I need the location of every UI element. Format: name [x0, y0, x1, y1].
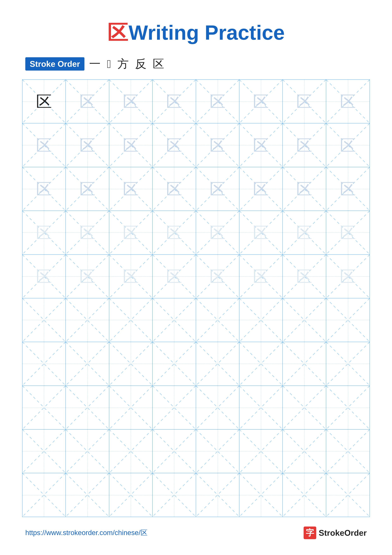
grid-cell[interactable]: 区 — [22, 167, 66, 211]
svg-line-114 — [66, 386, 109, 429]
grid-cell[interactable] — [326, 342, 370, 385]
grid-cell[interactable] — [22, 473, 66, 517]
grid-cell[interactable]: 区 — [66, 211, 109, 254]
grid-cell[interactable] — [196, 298, 239, 342]
grid-cell[interactable] — [66, 473, 109, 517]
grid-cell[interactable] — [153, 298, 196, 342]
grid-cell[interactable]: 区 — [153, 255, 196, 298]
grid-cell[interactable]: 区 — [66, 167, 109, 211]
grid-cell[interactable]: 区 — [109, 80, 153, 123]
title-text: Writing Practice — [128, 21, 285, 44]
grid-cell[interactable] — [196, 386, 239, 429]
svg-line-134 — [153, 430, 196, 473]
grid-cell[interactable] — [109, 342, 153, 385]
grid-row — [22, 298, 370, 342]
grid-cell[interactable] — [239, 473, 283, 517]
practice-grid: 区区区区区区区区区区区区区区区区区区区区区区区区区区区区区区区区区区区区区区区区 — [22, 80, 370, 517]
grid-cell[interactable]: 区 — [283, 255, 326, 298]
grid-cell[interactable] — [153, 386, 196, 429]
grid-cell[interactable]: 区 — [109, 167, 153, 211]
svg-line-83 — [66, 298, 109, 342]
grid-cell[interactable] — [326, 473, 370, 517]
grid-cell[interactable]: 区 — [196, 167, 239, 211]
grid-cell[interactable]: 区 — [196, 80, 239, 123]
svg-line-98 — [66, 342, 109, 385]
practice-char: 区 — [210, 94, 226, 109]
grid-cell[interactable]: 区 — [66, 124, 109, 167]
grid-cell[interactable] — [196, 430, 239, 473]
grid-cell[interactable]: 区 — [326, 80, 370, 123]
grid-cell[interactable] — [196, 342, 239, 385]
svg-line-115 — [66, 386, 109, 429]
svg-line-84 — [109, 298, 152, 342]
grid-cell[interactable] — [66, 386, 109, 429]
grid-row — [22, 430, 370, 473]
grid-cell[interactable]: 区 — [239, 255, 283, 298]
grid-cell[interactable] — [326, 386, 370, 429]
grid-cell[interactable] — [109, 298, 153, 342]
footer-url[interactable]: https://www.strokeorder.com/chinese/区 — [25, 528, 148, 537]
grid-cell[interactable]: 区 — [239, 167, 283, 211]
grid-cell[interactable]: 区 — [109, 255, 153, 298]
grid-cell[interactable]: 区 — [196, 255, 239, 298]
grid-cell[interactable] — [283, 342, 326, 385]
grid-cell[interactable]: 区 — [239, 80, 283, 123]
grid-cell[interactable]: 区 — [22, 124, 66, 167]
grid-cell[interactable] — [153, 342, 196, 385]
grid-cell[interactable] — [66, 298, 109, 342]
grid-cell[interactable]: 区 — [22, 255, 66, 298]
grid-cell[interactable] — [283, 298, 326, 342]
svg-line-133 — [109, 430, 152, 473]
grid-cell[interactable] — [239, 430, 283, 473]
grid-cell[interactable]: 区 — [153, 211, 196, 254]
grid-cell[interactable]: 区 — [153, 124, 196, 167]
grid-cell[interactable] — [326, 430, 370, 473]
practice-char: 区 — [340, 94, 356, 109]
grid-cell[interactable]: 区 — [283, 124, 326, 167]
grid-cell[interactable] — [239, 386, 283, 429]
grid-cell[interactable] — [22, 342, 66, 385]
stroke-order-badge: Stroke Order — [25, 57, 85, 71]
grid-cell[interactable] — [283, 430, 326, 473]
svg-line-125 — [283, 386, 326, 429]
grid-cell[interactable] — [239, 298, 283, 342]
grid-cell[interactable]: 区 — [22, 80, 66, 123]
practice-char: 区 — [166, 181, 182, 197]
grid-cell[interactable]: 区 — [196, 211, 239, 254]
grid-cell[interactable]: 区 — [326, 167, 370, 211]
stroke-5: 区 — [153, 56, 164, 72]
grid-cell[interactable]: 区 — [22, 211, 66, 254]
grid-cell[interactable] — [109, 430, 153, 473]
grid-cell[interactable] — [153, 430, 196, 473]
grid-cell[interactable]: 区 — [109, 124, 153, 167]
grid-cell[interactable]: 区 — [283, 167, 326, 211]
grid-cell[interactable]: 区 — [196, 124, 239, 167]
grid-cell[interactable] — [109, 473, 153, 517]
grid-cell[interactable]: 区 — [109, 211, 153, 254]
grid-cell[interactable] — [22, 298, 66, 342]
grid-cell[interactable] — [22, 430, 66, 473]
grid-cell[interactable]: 区 — [326, 255, 370, 298]
svg-line-95 — [326, 298, 370, 342]
grid-cell[interactable] — [153, 473, 196, 517]
grid-cell[interactable]: 区 — [283, 211, 326, 254]
grid-cell[interactable] — [196, 473, 239, 517]
grid-cell[interactable]: 区 — [66, 255, 109, 298]
grid-cell[interactable]: 区 — [153, 80, 196, 123]
grid-cell[interactable] — [326, 298, 370, 342]
grid-cell[interactable] — [239, 342, 283, 385]
grid-cell[interactable]: 区 — [153, 167, 196, 211]
grid-cell[interactable] — [22, 386, 66, 429]
grid-cell[interactable]: 区 — [326, 211, 370, 254]
practice-char: 区 — [79, 181, 95, 197]
grid-cell[interactable] — [109, 386, 153, 429]
grid-cell[interactable] — [283, 386, 326, 429]
grid-cell[interactable]: 区 — [283, 80, 326, 123]
grid-cell[interactable] — [66, 342, 109, 385]
grid-cell[interactable]: 区 — [239, 211, 283, 254]
grid-cell[interactable] — [283, 473, 326, 517]
grid-cell[interactable] — [66, 430, 109, 473]
grid-cell[interactable]: 区 — [239, 124, 283, 167]
grid-cell[interactable]: 区 — [326, 124, 370, 167]
grid-cell[interactable]: 区 — [66, 80, 109, 123]
